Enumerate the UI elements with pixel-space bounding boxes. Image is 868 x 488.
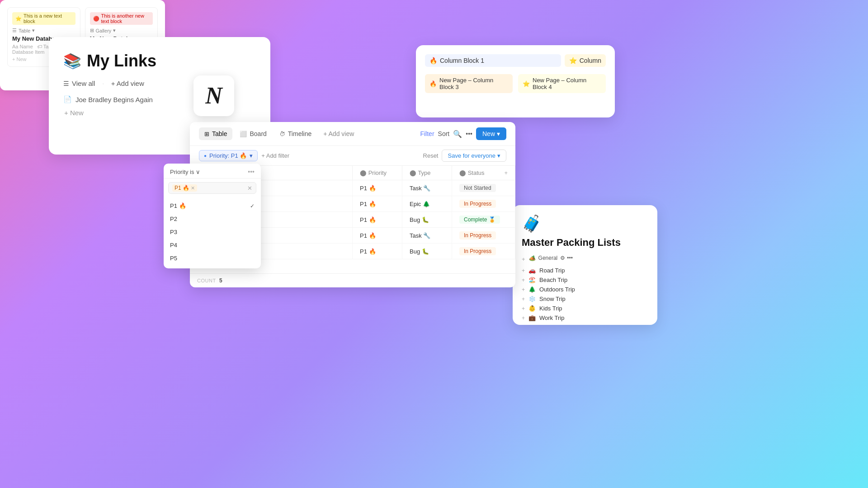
clear-all-button[interactable]: ✕ [247, 185, 252, 192]
col-header-status: ⬤ Status + [452, 166, 515, 180]
packing-title: Master Packing Lists [522, 237, 648, 249]
db-left-view[interactable]: ☰ Table ▾ [12, 28, 75, 33]
name-field: Aa Name [12, 44, 33, 49]
type-tag-3: Task 🔧 [410, 232, 430, 239]
save-everyone-button[interactable]: Save for everyone ▾ [442, 150, 506, 162]
option-label-0: P1 🔥 [170, 202, 186, 209]
filter-chip-label: Priority: P1 🔥 [209, 152, 247, 159]
dropdown-search-input[interactable] [200, 185, 245, 192]
packing-item-1[interactable]: + 🏖️ Beach Trip [522, 275, 648, 285]
dropdown-options-list: P1 🔥 ✓ P2 P3 P4 P5 [164, 197, 261, 268]
priority-filter-chip[interactable]: ● Priority: P1 🔥 ▾ [199, 150, 258, 161]
add-filter-button[interactable]: + Add filter [261, 152, 289, 159]
status-badge-2: Complete 🏅 [459, 216, 500, 224]
packing-item-icon-4: 👶 [528, 305, 536, 312]
cb-block2[interactable]: ⭐ Column [565, 54, 606, 67]
dropdown-header: Priority is ∨ ••• [164, 164, 261, 178]
general-section: 🏕️ General ⚙ ••• [529, 255, 573, 261]
tab-table[interactable]: ⊞ Table [199, 127, 232, 140]
cb-block1-icon: 🔥 [429, 57, 437, 64]
packing-item-0[interactable]: + 🚗 Road Trip [522, 266, 648, 275]
dropdown-option-4[interactable]: P5 [164, 252, 261, 265]
packing-item-label-4: Kids Trip [539, 305, 562, 312]
packing-item-3[interactable]: + ❄️ Snow Trip [522, 294, 648, 304]
my-links-icon: 📚 [63, 52, 81, 70]
cb-sub2-label: New Page – Column Block 4 [533, 77, 601, 90]
packing-add-row: + 🏕️ General ⚙ ••• [522, 255, 648, 263]
cb-sub2[interactable]: ⭐ New Page – Column Block 4 [518, 74, 606, 93]
new-record-label: New [482, 130, 495, 137]
my-links-title: My Links [87, 52, 156, 70]
new-record-button[interactable]: New ▾ [476, 127, 506, 140]
doc-icon: 📄 [63, 95, 72, 103]
tab-board-label: Board [250, 130, 266, 137]
status-badge-0: Not Started [459, 184, 496, 192]
packing-item-label-5: Work Trip [539, 314, 564, 321]
nav-divider: · [102, 80, 104, 87]
list-icon: ☰ [63, 80, 69, 87]
cell-status-4: In Progress [452, 244, 515, 259]
settings-icon[interactable]: ⚙ [560, 255, 565, 261]
dropdown-option-2[interactable]: P3 [164, 225, 261, 239]
general-more-icon[interactable]: ••• [567, 255, 573, 261]
packing-plus-0: + [522, 267, 525, 274]
db-right-tag: 🔴 This is another new text block [90, 12, 153, 25]
packing-item-5[interactable]: + 💼 Work Trip [522, 313, 648, 323]
save-chevron-icon: ▾ [497, 152, 500, 159]
packing-icon: 🧳 [522, 214, 648, 233]
sort-button[interactable]: Sort [438, 130, 450, 137]
filter-button[interactable]: Filter [420, 130, 434, 137]
option-label-2: P3 [170, 229, 177, 235]
cb-block1[interactable]: 🔥 Column Block 1 [425, 54, 561, 67]
type-tag-4: Bug 🐛 [410, 248, 429, 255]
gallery-view-icon: ⊞ [90, 28, 94, 33]
add-view-button[interactable]: + Add view [111, 80, 144, 87]
remove-chip-button[interactable]: ✕ [191, 185, 195, 191]
tag-chip-label: P1 🔥 [175, 185, 189, 191]
add-view-table-label: + Add view [323, 130, 354, 137]
notion-n: N [205, 84, 222, 108]
dropdown-chevron-icon[interactable]: ∨ [196, 169, 200, 175]
search-button[interactable]: 🔍 [453, 130, 462, 138]
db-left-view-label: Table [19, 28, 30, 33]
cell-status-3: In Progress [452, 228, 515, 244]
cell-status-2: Complete 🏅 [452, 212, 515, 228]
db-right-view[interactable]: ⊞ Gallery ▾ [90, 28, 153, 33]
count-value: 5 [219, 277, 222, 284]
dropdown-title-label: Priority is [170, 169, 194, 175]
packing-plus-2: + [522, 286, 525, 293]
dropdown-option-1[interactable]: P2 [164, 212, 261, 225]
check-icon-0: ✓ [250, 203, 255, 209]
new-record-chevron: ▾ [497, 130, 500, 137]
cell-status-0: Not Started [452, 180, 515, 196]
priority-tag-4: P1 🔥 [360, 248, 376, 255]
tab-timeline[interactable]: ⏱ Timeline [274, 127, 317, 140]
general-icon: 🏕️ [529, 255, 536, 261]
packing-item-icon-2: 🌲 [528, 286, 536, 293]
more-options-button[interactable]: ••• [466, 130, 472, 137]
add-col-button[interactable]: + [504, 169, 508, 176]
dropdown-option-0[interactable]: P1 🔥 ✓ [164, 199, 261, 212]
packing-item-icon-0: 🚗 [528, 267, 536, 274]
reset-button[interactable]: Reset [423, 152, 439, 159]
dropdown-more-button[interactable]: ••• [248, 168, 255, 175]
dropdown-search-area: P1 🔥 ✕ ✕ [168, 182, 256, 194]
dropdown-option-3[interactable]: P4 [164, 239, 261, 252]
packing-add-button[interactable]: + [522, 256, 525, 263]
cell-priority-1: P1 🔥 [353, 196, 402, 212]
cell-type-3: Task 🔧 [402, 228, 452, 244]
packing-plus-1: + [522, 277, 525, 283]
packing-item-4[interactable]: + 👶 Kids Trip [522, 304, 648, 313]
view-all-button[interactable]: ☰ View all [63, 80, 95, 87]
my-links-item-label[interactable]: Joe Bradley Begins Again [75, 96, 153, 103]
tab-board[interactable]: ⬜ Board [234, 127, 272, 140]
option-label-3: P4 [170, 242, 177, 249]
packing-item-2[interactable]: + 🌲 Outdoors Trip [522, 285, 648, 294]
add-view-table-button[interactable]: + Add view [319, 127, 359, 140]
cb-sub1[interactable]: 🔥 New Page – Column Block 3 [425, 74, 513, 93]
cb-sub2-icon: ⭐ [523, 80, 530, 87]
col-header-type: ⬤ Type [402, 166, 452, 180]
filter-row: ● Priority: P1 🔥 ▾ + Add filter Reset Sa… [190, 146, 515, 166]
packing-list: + 🚗 Road Trip + 🏖️ Beach Trip + 🌲 Outdoo… [522, 266, 648, 323]
add-view-label: + Add view [111, 80, 144, 87]
